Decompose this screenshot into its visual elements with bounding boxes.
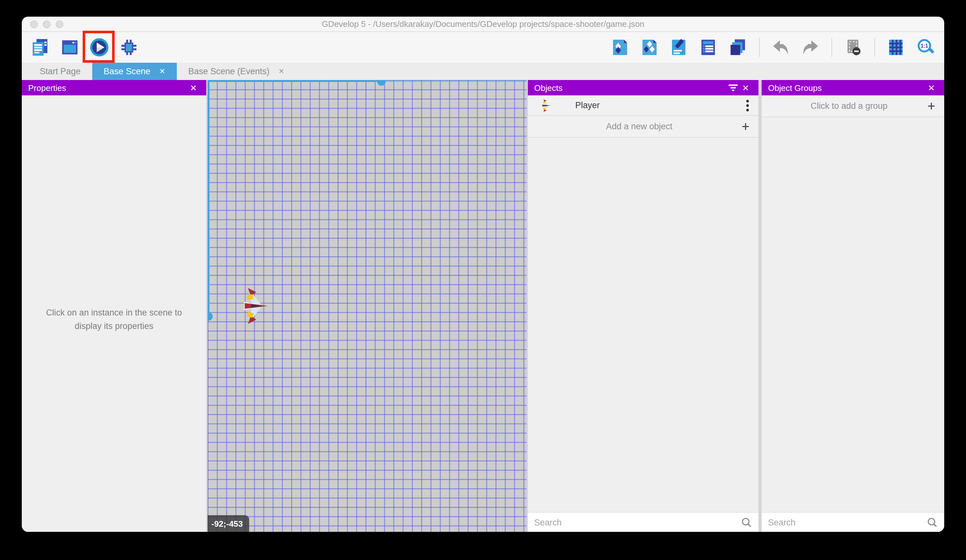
tab-close-icon[interactable]: ✕ <box>159 67 165 75</box>
undo-button[interactable] <box>770 36 792 58</box>
object-groups-panel-header: Object Groups ✕ <box>762 80 944 95</box>
object-groups-search-input[interactable] <box>768 517 926 527</box>
close-objects-button[interactable]: ✕ <box>739 81 752 94</box>
objects-panel-body <box>528 138 759 512</box>
tab-label: Base Scene <box>104 67 151 76</box>
toolbar-right-group: 1:1 <box>609 36 936 58</box>
close-window-button[interactable] <box>30 20 38 28</box>
toolbar-separator <box>831 38 832 57</box>
object-groups-panel-body <box>762 117 944 512</box>
add-group-row[interactable]: Click to add a group + <box>762 95 944 117</box>
filter-icon <box>728 84 738 92</box>
properties-panel-title: Properties <box>28 83 66 92</box>
object-groups-search-bar <box>762 512 944 532</box>
edit-properties-icon <box>669 38 688 57</box>
add-group-label: Click to add a group <box>770 101 927 111</box>
mask-preview-button[interactable] <box>842 36 864 58</box>
tab-base-scene[interactable]: Base Scene ✕ <box>92 63 177 80</box>
cursor-coordinates-badge: -92;-453 <box>207 515 249 532</box>
tab-label: Start Page <box>40 67 81 76</box>
objects-list-button[interactable] <box>698 36 720 58</box>
layers-button[interactable] <box>727 36 749 58</box>
close-object-groups-button[interactable]: ✕ <box>925 81 938 94</box>
svg-text:1:1: 1:1 <box>920 43 928 49</box>
project-manager-button[interactable] <box>30 36 51 58</box>
tab-base-scene-events[interactable]: Base Scene (Events) ✕ <box>177 63 296 80</box>
instance-button[interactable] <box>609 36 631 58</box>
zoom-window-button[interactable] <box>56 20 63 28</box>
gdevelop-window: GDevelop 5 - /Users/dkarakay/Documents/G… <box>22 16 944 532</box>
plus-icon: + <box>741 120 749 133</box>
properties-panel: Properties ✕ Click on an instance in the… <box>22 80 206 532</box>
objects-search-input[interactable] <box>534 517 741 527</box>
close-icon: ✕ <box>928 84 935 92</box>
window-title: GDevelop 5 - /Users/dkarakay/Documents/G… <box>322 19 644 29</box>
object-groups-panel-title: Object Groups <box>768 83 822 92</box>
objects-search-bar <box>528 512 759 532</box>
object-name: Player <box>575 100 746 110</box>
workspace: Properties ✕ Click on an instance in the… <box>22 80 944 532</box>
editor-tab-bar: Start Page Base Scene ✕ Base Scene (Even… <box>22 63 944 80</box>
player-spaceship-sprite[interactable] <box>242 286 270 326</box>
scene-window-icon <box>60 38 79 57</box>
scene-border-handle-top[interactable] <box>377 80 386 86</box>
instances-group-button[interactable] <box>639 36 660 58</box>
project-manager-icon <box>31 38 50 57</box>
properties-panel-body: Click on an instance in the scene to dis… <box>22 95 206 532</box>
scene-editor-canvas[interactable]: -92;-453 <box>207 80 527 532</box>
scene-window-border-left <box>207 80 209 317</box>
toolbar-separator <box>759 38 760 57</box>
grid-toggle-button[interactable] <box>885 36 907 58</box>
player-object-thumbnail <box>539 98 554 112</box>
scene-border-handle-left[interactable] <box>207 312 213 321</box>
add-new-object-row[interactable]: Add a new object + <box>528 116 759 138</box>
toolbar-left-group <box>30 36 140 58</box>
edit-properties-button[interactable] <box>668 36 690 58</box>
objects-panel-title: Objects <box>534 83 562 92</box>
instances-group-icon <box>640 38 659 57</box>
minimize-window-button[interactable] <box>43 20 51 28</box>
debug-button[interactable] <box>118 36 140 58</box>
tab-start-page[interactable]: Start Page <box>28 63 92 80</box>
scene-window-button[interactable] <box>59 36 81 58</box>
toolbar-separator <box>874 38 875 57</box>
object-row-player[interactable]: Player <box>528 95 759 116</box>
properties-empty-message: Click on an instance in the scene to dis… <box>22 306 206 334</box>
add-new-object-label: Add a new object <box>537 121 741 131</box>
scene-window-border-top-extension <box>382 80 527 82</box>
mask-preview-icon <box>844 38 863 57</box>
tab-label: Base Scene (Events) <box>188 67 270 76</box>
zoom-one-to-one-button[interactable]: 1:1 <box>915 36 936 58</box>
close-icon: ✕ <box>742 84 749 92</box>
tab-close-icon[interactable]: ✕ <box>278 67 284 75</box>
main-toolbar: 1:1 <box>22 32 944 63</box>
layers-icon <box>728 38 748 57</box>
objects-panel: Objects ✕ <box>528 80 759 532</box>
search-icon <box>741 516 752 528</box>
debug-icon <box>119 38 138 57</box>
redo-button[interactable] <box>800 36 821 58</box>
objects-list-icon <box>699 38 718 57</box>
play-preview-icon <box>89 37 110 57</box>
play-preview-button[interactable] <box>89 36 110 58</box>
redo-icon <box>801 38 820 57</box>
objects-panel-header: Objects ✕ <box>528 80 759 95</box>
object-groups-panel: Object Groups ✕ Click to add a group + <box>762 80 944 532</box>
object-menu-kebab-icon[interactable] <box>746 99 749 112</box>
close-properties-button[interactable]: ✕ <box>187 81 200 94</box>
filter-objects-button[interactable] <box>726 81 739 94</box>
plus-icon: + <box>927 99 935 113</box>
grid-toggle-icon <box>887 38 906 57</box>
instance-icon <box>611 38 630 57</box>
undo-icon <box>771 38 790 57</box>
close-icon: ✕ <box>190 84 197 92</box>
search-icon <box>926 516 938 528</box>
scene-window-border-top <box>207 80 382 82</box>
title-bar: GDevelop 5 - /Users/dkarakay/Documents/G… <box>22 16 944 32</box>
properties-panel-header: Properties ✕ <box>22 80 206 95</box>
zoom-one-to-one-icon: 1:1 <box>916 38 935 57</box>
traffic-lights <box>30 20 63 28</box>
